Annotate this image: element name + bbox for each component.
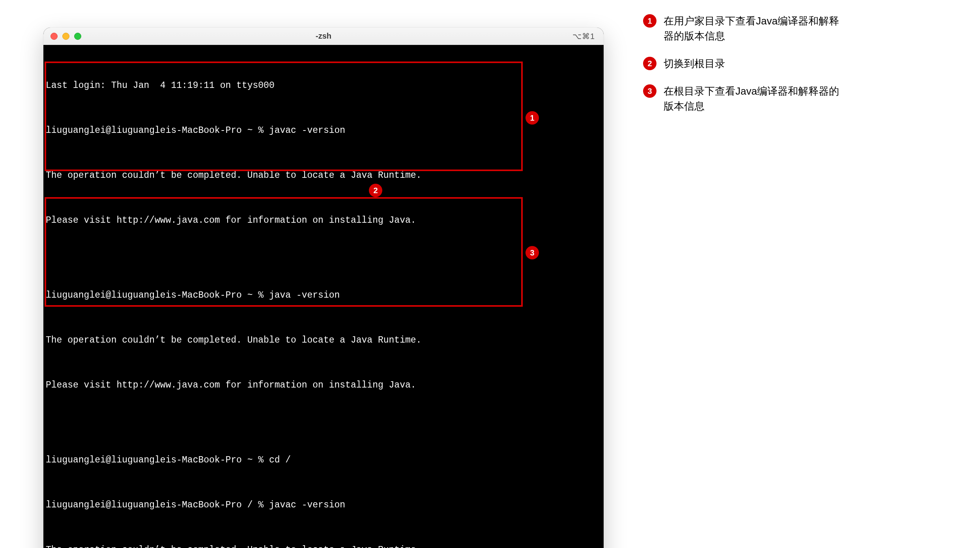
terminal-line: liuguanglei@liuguangleis-MacBook-Pro ~ %…: [46, 288, 601, 303]
legend-item: 1 在用户家目录下查看Java编译器和解释器的版本信息: [643, 13, 856, 43]
terminal-line: liuguanglei@liuguangleis-MacBook-Pro ~ %…: [46, 453, 601, 468]
terminal-window: -zsh ⌥⌘1 Last login: Thu Jan 4 11:19:11 …: [43, 28, 604, 548]
terminal-line: Please visit http://www.java.com for inf…: [46, 213, 601, 228]
legend-badge: 1: [643, 14, 656, 28]
terminal-line: The operation couldn’t be completed. Una…: [46, 333, 601, 348]
legend-badge: 2: [643, 57, 656, 70]
terminal-line: liuguanglei@liuguangleis-MacBook-Pro / %…: [46, 498, 601, 513]
legend-text: 在根目录下查看Java编译器和解释器的版本信息: [664, 84, 845, 114]
minimize-icon[interactable]: [62, 33, 69, 40]
window-titlebar: -zsh ⌥⌘1: [43, 28, 604, 45]
zoom-icon[interactable]: [74, 33, 81, 40]
annotation-badge-3: 3: [526, 246, 539, 259]
legend-item: 3 在根目录下查看Java编译器和解释器的版本信息: [643, 84, 856, 114]
terminal-line: The operation couldn’t be completed. Una…: [46, 542, 601, 548]
legend-text: 切换到根目录: [664, 56, 725, 71]
annotation-badge-2: 2: [369, 184, 382, 197]
window-shortcut: ⌥⌘1: [572, 32, 595, 41]
terminal-body[interactable]: Last login: Thu Jan 4 11:19:11 on ttys00…: [43, 45, 604, 548]
legend: 1 在用户家目录下查看Java编译器和解释器的版本信息 2 切换到根目录 3 在…: [643, 13, 856, 126]
legend-item: 2 切换到根目录: [643, 56, 856, 71]
legend-badge: 3: [643, 84, 656, 98]
terminal-line: Please visit http://www.java.com for inf…: [46, 378, 601, 393]
terminal-line: liuguanglei@liuguangleis-MacBook-Pro ~ %…: [46, 123, 601, 138]
terminal-line: Last login: Thu Jan 4 11:19:11 on ttys00…: [46, 78, 601, 93]
annotation-badge-1: 1: [526, 111, 539, 125]
close-icon[interactable]: [50, 33, 58, 40]
legend-text: 在用户家目录下查看Java编译器和解释器的版本信息: [664, 13, 845, 43]
window-title: -zsh: [43, 32, 604, 41]
terminal-line: The operation couldn’t be completed. Una…: [46, 168, 601, 183]
traffic-lights: [50, 33, 81, 40]
